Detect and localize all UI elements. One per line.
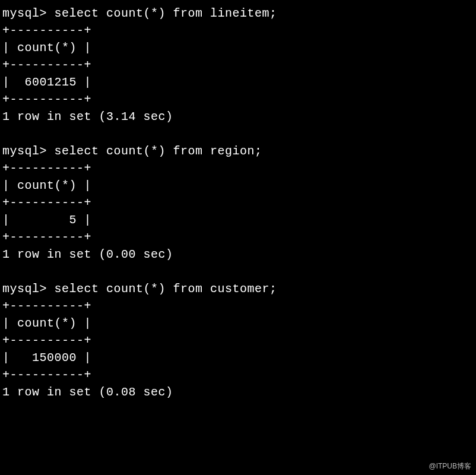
table-border-bottom: +----------+ xyxy=(2,229,476,246)
table-border-mid: +----------+ xyxy=(2,194,476,211)
watermark-label: @ITPUB博客 xyxy=(429,461,471,471)
table-value-row: | 6001215 | xyxy=(2,74,476,91)
table-header: | count(*) | xyxy=(2,315,476,332)
prompt-line[interactable]: mysql> select count(*) from customer; xyxy=(2,280,476,297)
prompt-line[interactable]: mysql> select count(*) from lineitem; xyxy=(2,5,476,22)
table-border-mid: +----------+ xyxy=(2,56,476,74)
table-value-row: | 5 | xyxy=(2,211,476,229)
table-header: | count(*) | xyxy=(2,177,476,194)
table-border-top: +----------+ xyxy=(2,297,476,315)
sql-command: select count(*) from lineitem; xyxy=(55,7,277,20)
mysql-prompt: mysql> xyxy=(2,282,55,296)
table-value-row: | 150000 | xyxy=(2,349,476,366)
query-block-customer: mysql> select count(*) from customer; +-… xyxy=(2,280,476,401)
table-border-top: +----------+ xyxy=(2,160,476,177)
prompt-line[interactable]: mysql> select count(*) from region; xyxy=(2,142,476,160)
result-message: 1 row in set (0.00 sec) xyxy=(2,246,476,263)
mysql-prompt: mysql> xyxy=(2,7,55,20)
result-message: 1 row in set (0.08 sec) xyxy=(2,384,476,401)
table-header: | count(*) | xyxy=(2,39,476,56)
table-border-top: +----------+ xyxy=(2,22,476,39)
table-border-bottom: +----------+ xyxy=(2,91,476,108)
query-block-region: mysql> select count(*) from region; +---… xyxy=(2,142,476,263)
query-block-lineitem: mysql> select count(*) from lineitem; +-… xyxy=(2,5,476,125)
mysql-prompt: mysql> xyxy=(2,144,55,158)
sql-command: select count(*) from customer; xyxy=(55,282,277,296)
table-border-bottom: +----------+ xyxy=(2,366,476,384)
table-border-mid: +----------+ xyxy=(2,332,476,349)
result-message: 1 row in set (3.14 sec) xyxy=(2,108,476,125)
sql-command: select count(*) from region; xyxy=(55,144,262,158)
